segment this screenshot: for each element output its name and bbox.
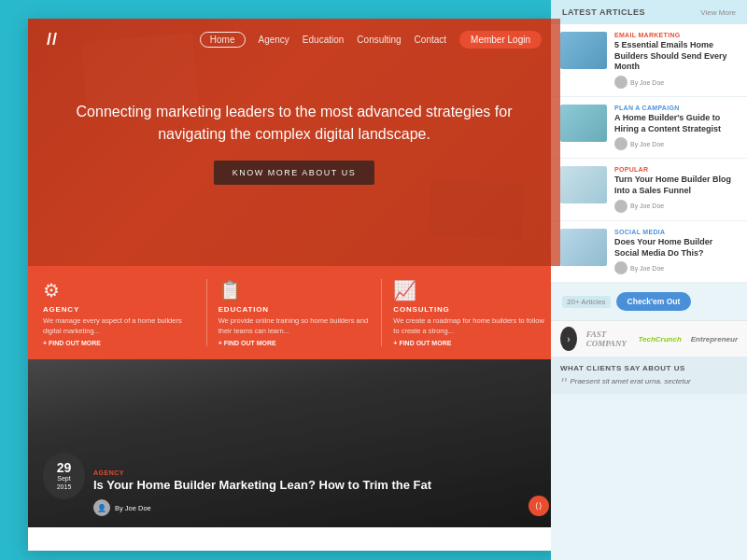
blog-date-year: 2015 [57, 483, 72, 491]
check-out-button[interactable]: Check'em Out [616, 292, 692, 311]
articles-count: 20+ Articles [562, 296, 611, 308]
article-thumb-3 [560, 166, 607, 203]
article-1-category: EMAIL MARKETING [614, 32, 738, 38]
article-thumb-1 [560, 32, 607, 69]
hero-cta-button[interactable]: KNOW MORE ABOUT US [214, 161, 374, 185]
blog-date-day: 29 [57, 461, 72, 474]
navbar: // Home Agency Education Consulting Cont… [28, 19, 560, 61]
blog-section: 29 Sept 2015 AGENCY Is Your Home Builder… [28, 359, 560, 527]
blog-title[interactable]: Is Your Home Builder Marketing Lean? How… [93, 478, 523, 494]
article-3-category: POPULAR [614, 166, 738, 173]
service-divider-2 [381, 279, 382, 346]
testimonial-content: Praesent sit amet erat urna. sectetur [570, 377, 690, 385]
article-4-avatar [614, 261, 627, 274]
testimonial-section: WHAT CLIENTS SAY ABOUT US " Praesent sit… [551, 357, 747, 394]
article-3-author: By Joe Doe [614, 200, 738, 213]
agency-desc: We manage every aspect of a home builder… [43, 316, 195, 336]
blog-content: AGENCY Is Your Home Builder Marketing Le… [93, 469, 523, 527]
education-link[interactable]: + FIND OUT MORE [218, 340, 371, 346]
right-panel: LATEST ARTICLES View More EMAIL MARKETIN… [551, 0, 747, 560]
consulting-link[interactable]: + FIND OUT MORE [393, 340, 545, 346]
article-3-author-name: By Joe Doe [630, 203, 664, 209]
article-2-avatar [614, 137, 627, 150]
article-info-3: POPULAR Turn Your Home Builder Blog Into… [614, 166, 738, 212]
services-section: ⚙ AGENCY We manage every aspect of a hom… [28, 266, 560, 359]
consulting-title: CONSULTING [393, 305, 545, 314]
article-4-title: Does Your Home Builder Social Media Do T… [614, 237, 738, 259]
quote-mark-icon: " [560, 376, 566, 393]
article-4-author: By Joe Doe [614, 261, 738, 274]
view-more-link[interactable]: View More [700, 8, 736, 17]
article-card-1[interactable]: EMAIL MARKETING 5 Essential Emails Home … [551, 24, 747, 97]
blog-card: 29 Sept 2015 AGENCY Is Your Home Builder… [28, 359, 560, 527]
share-button[interactable]: ⟨⟩ [529, 496, 549, 516]
article-thumb-4 [560, 229, 607, 266]
agency-icon: ⚙ [43, 279, 195, 301]
blog-date-month: Sept [57, 474, 70, 483]
nav-consulting[interactable]: Consulting [357, 35, 401, 45]
blog-author: 👤 By Joe Doe [93, 499, 523, 516]
site-logo: // [47, 30, 58, 49]
service-divider-1 [206, 279, 207, 346]
article-1-title: 5 Essential Emails Home Builders Should … [614, 40, 738, 73]
main-site-panel: // Home Agency Education Consulting Cont… [28, 19, 560, 551]
service-consulting: 📈 CONSULTING We create a roadmap for hom… [393, 279, 545, 346]
article-2-author: By Joe Doe [614, 137, 738, 150]
testimonial-section-title: WHAT CLIENTS SAY ABOUT US [560, 364, 738, 372]
education-desc: We provide online training so home build… [218, 316, 371, 336]
nav-links: Home Agency Education Consulting Contact… [200, 31, 542, 49]
brands-prev-arrow[interactable]: › [560, 327, 577, 351]
hero-content: Connecting marketing leaders to the most… [28, 101, 560, 185]
article-3-title: Turn Your Home Builder Blog Into a Sales… [614, 175, 738, 196]
consulting-desc: We create a roadmap for home builders to… [393, 316, 545, 336]
article-info-1: EMAIL MARKETING 5 Essential Emails Home … [614, 32, 738, 89]
article-info-2: PLAN A CAMPAIGN A Home Builder's Guide t… [614, 105, 738, 150]
article-card-4[interactable]: SOCIAL MEDIA Does Your Home Builder Soci… [551, 221, 747, 283]
agency-link[interactable]: + FIND OUT MORE [43, 340, 195, 346]
article-thumb-2 [560, 105, 607, 142]
member-login-button[interactable]: Member Login [459, 31, 542, 49]
article-4-author-name: By Joe Doe [630, 265, 664, 272]
brands-row: › FAST COMPANY TechCrunch Entrepreneur [551, 320, 747, 357]
blog-author-name: By Joe Doe [115, 504, 151, 512]
article-card-3[interactable]: POPULAR Turn Your Home Builder Blog Into… [551, 159, 747, 220]
article-4-category: SOCIAL MEDIA [614, 229, 738, 235]
article-2-category: PLAN A CAMPAIGN [614, 105, 738, 111]
hero-title: Connecting marketing leaders to the most… [65, 101, 523, 146]
article-1-author: By Joe Doe [614, 76, 738, 89]
article-2-author-name: By Joe Doe [630, 141, 664, 147]
article-card-2[interactable]: PLAN A CAMPAIGN A Home Builder's Guide t… [551, 97, 747, 159]
article-2-title: A Home Builder's Guide to Hiring a Conte… [614, 113, 738, 134]
nav-education[interactable]: Education [303, 35, 344, 45]
article-info-4: SOCIAL MEDIA Does Your Home Builder Soci… [614, 229, 738, 274]
nav-contact[interactable]: Contact [415, 35, 446, 45]
brand-fast-company: FAST COMPANY [586, 329, 629, 348]
article-1-avatar [614, 76, 627, 89]
nav-home[interactable]: Home [200, 32, 246, 48]
brand-entrepreneur: Entrepreneur [691, 335, 738, 343]
testimonial-text: " Praesent sit amet erat urna. sectetur [560, 376, 738, 386]
latest-articles-label: LATEST ARTICLES [562, 7, 645, 17]
education-icon: 📋 [218, 279, 371, 301]
article-3-avatar [614, 200, 627, 213]
right-top-bar: LATEST ARTICLES View More [551, 0, 747, 24]
consulting-icon: 📈 [393, 279, 545, 301]
blog-date-badge: 29 Sept 2015 [43, 453, 85, 499]
cta-section: 20+ Articles Check'em Out [551, 283, 747, 320]
blog-author-avatar: 👤 [93, 499, 110, 516]
education-title: EDUCATION [218, 305, 371, 314]
nav-agency[interactable]: Agency [259, 35, 289, 45]
blog-category: AGENCY [93, 469, 523, 476]
article-1-author-name: By Joe Doe [630, 79, 664, 86]
agency-title: AGENCY [43, 305, 195, 314]
service-agency: ⚙ AGENCY We manage every aspect of a hom… [43, 279, 195, 346]
brand-techcrunch: TechCrunch [638, 335, 681, 343]
service-education: 📋 EDUCATION We provide online training s… [218, 279, 371, 346]
outer-wrapper: // Home Agency Education Consulting Cont… [0, 0, 747, 560]
